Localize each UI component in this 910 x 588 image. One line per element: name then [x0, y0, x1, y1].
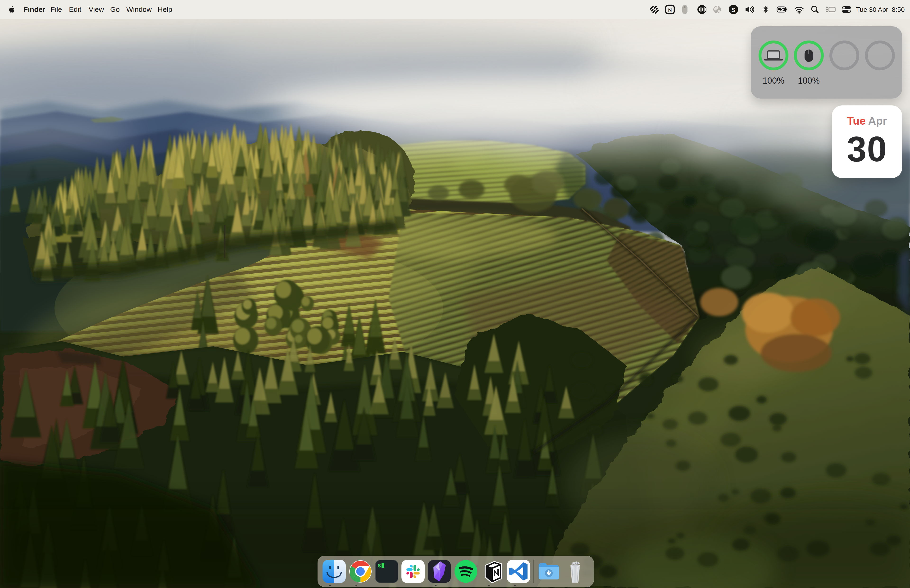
- svg-text:100%: 100%: [763, 76, 784, 86]
- svg-text:Tue 30 Apr: Tue 30 Apr: [856, 6, 888, 13]
- svg-text:100%: 100%: [798, 76, 820, 86]
- svg-text:N: N: [668, 7, 672, 13]
- svg-text:8:50: 8:50: [892, 6, 905, 13]
- svg-text:S: S: [731, 6, 735, 13]
- svg-text:$: $: [378, 563, 381, 569]
